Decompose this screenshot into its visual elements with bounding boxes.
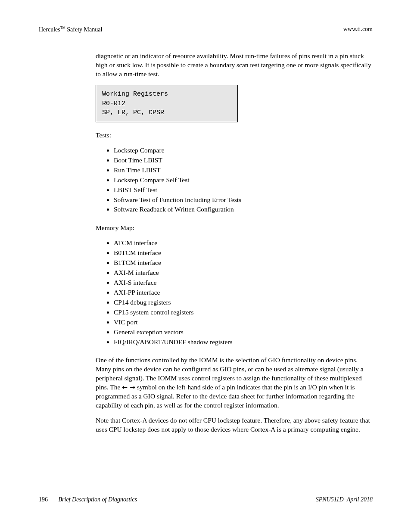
- list-item: B0TCM interface: [114, 249, 373, 258]
- code-box-line-1: R0-R12: [102, 99, 231, 109]
- list-item: FIQ/IRQ/ABORT/UNDEF shadow registers: [114, 338, 373, 348]
- list-item: AXI-PP interface: [114, 288, 373, 298]
- list-item: Lockstep Compare Self Test: [114, 176, 373, 186]
- list-item: VIC port: [114, 318, 373, 328]
- code-box-heading: Working Registers: [102, 90, 231, 99]
- mux-paragraph: One of the functions controlled by the I…: [96, 356, 373, 410]
- io-arrows-icon: ← →: [122, 383, 135, 391]
- tests-list: Lockstep Compare Boot Time LBIST Run Tim…: [96, 146, 373, 215]
- code-box-line-2: SP, LR, PC, CPSR: [102, 108, 231, 118]
- header-product: Hercules: [39, 26, 60, 33]
- header-tail: Safety Manual: [65, 26, 103, 33]
- memory-map-lead: Memory Map:: [96, 224, 373, 233]
- list-item: LBIST Self Test: [114, 186, 373, 196]
- list-item: General exception vectors: [114, 328, 373, 338]
- list-item: AXI-S interface: [114, 278, 373, 288]
- footer-left: 196 Brief Description of Diagnostics: [39, 496, 137, 503]
- trademark-symbol: TM: [60, 26, 65, 30]
- page-body: diagnostic or an indicator of resource a…: [96, 52, 373, 440]
- header-right: www.ti.com: [343, 26, 373, 33]
- page-footer: 196 Brief Description of Diagnostics SPN…: [39, 496, 373, 503]
- list-item: ATCM interface: [114, 239, 373, 249]
- footer-section-title: Brief Description of Diagnostics: [59, 496, 137, 503]
- footer-rule: [39, 490, 373, 490]
- footer-doc-id: SPNU511D–April 2018: [316, 496, 373, 503]
- list-item: AXI-M interface: [114, 268, 373, 278]
- header-left: HerculesTM Safety Manual: [39, 26, 102, 33]
- list-item: Software Test of Function Including Erro…: [114, 196, 373, 205]
- list-item: Lockstep Compare: [114, 146, 373, 156]
- list-item: B1TCM interface: [114, 258, 373, 268]
- page-header: HerculesTM Safety Manual www.ti.com: [39, 26, 373, 33]
- list-item: Boot Time LBIST: [114, 156, 373, 166]
- list-item: Run Time LBIST: [114, 166, 373, 176]
- memory-map-list: ATCM interface B0TCM interface B1TCM int…: [96, 239, 373, 347]
- working-registers-box: Working Registers R0-R12 SP, LR, PC, CPS…: [96, 85, 238, 122]
- list-item: Software Readback of Written Configurati…: [114, 205, 373, 215]
- tests-lead: Tests:: [96, 131, 373, 140]
- footer-page-number: 196: [39, 496, 48, 503]
- list-item: CP15 system control registers: [114, 308, 373, 318]
- intro-paragraph: diagnostic or an indicator of resource a…: [96, 52, 373, 79]
- list-item: CP14 debug registers: [114, 298, 373, 308]
- trailing-paragraph: Note that Cortex-A devices do not offer …: [96, 416, 373, 434]
